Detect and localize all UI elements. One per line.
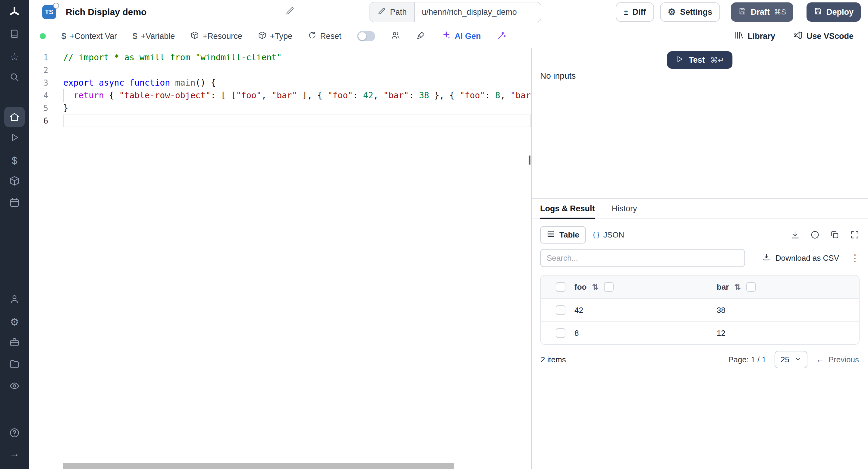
row-checkbox[interactable] xyxy=(556,328,565,338)
page-size-select[interactable]: 25 xyxy=(775,351,807,368)
sidebar-item-runs[interactable] xyxy=(0,128,29,150)
sidebar-item-collapse[interactable]: → xyxy=(0,444,29,463)
code-line[interactable]: 1// import * as wmill from "windmill-cli… xyxy=(29,51,531,64)
sidebar-item-resources[interactable] xyxy=(0,171,29,193)
previous-label: Previous xyxy=(829,355,859,365)
multiplayer-button[interactable] xyxy=(391,30,401,42)
code-line[interactable]: 6 xyxy=(29,115,531,127)
add-type-button[interactable]: +Type xyxy=(258,31,292,41)
info-icon[interactable] xyxy=(810,230,820,240)
expand-icon[interactable] xyxy=(850,230,860,240)
view-json-button[interactable]: {} JSON xyxy=(586,227,630,243)
language-status-dot xyxy=(53,3,59,9)
line-content[interactable]: } xyxy=(63,102,531,115)
row-count: 2 items xyxy=(541,355,566,365)
reset-button[interactable]: Reset xyxy=(308,31,341,41)
arrow-right-icon: → xyxy=(9,448,20,459)
typescript-badge-label: TS xyxy=(45,8,53,16)
code-editor[interactable]: 1// import * as wmill from "windmill-cli… xyxy=(29,48,531,469)
sort-icon[interactable]: ⇅ xyxy=(592,283,598,291)
sidebar-item-schedules[interactable] xyxy=(0,193,29,215)
sidebar-item-home[interactable] xyxy=(0,106,29,128)
format-code-button[interactable] xyxy=(416,30,426,42)
line-content[interactable]: export async function main() { xyxy=(63,76,531,89)
path-group: Path u/henri/rich_display_demo xyxy=(370,2,541,22)
add-resource-button[interactable]: +Resource xyxy=(190,31,242,41)
ai-gen-label: AI Gen xyxy=(455,32,481,41)
line-content[interactable]: // import * as wmill from "windmill-clie… xyxy=(63,51,531,64)
dollar-icon: $ xyxy=(133,31,137,41)
code-line[interactable]: 4 return { "table-row-object": [ ["foo",… xyxy=(29,89,531,102)
sidebar-item-settings[interactable]: ⚙ xyxy=(0,311,29,333)
test-button[interactable]: Test ⌘↵ xyxy=(667,51,733,69)
sidebar-item-folders[interactable] xyxy=(0,354,29,376)
table-row[interactable]: 4238 xyxy=(541,299,859,321)
ai-fix-button[interactable] xyxy=(497,30,506,42)
save-icon xyxy=(738,7,747,18)
line-content[interactable]: return { "table-row-object": [ ["foo", "… xyxy=(63,89,531,102)
column-option-box[interactable] xyxy=(604,282,614,292)
path-value[interactable]: u/henri/rich_display_demo xyxy=(415,2,541,22)
draft-button[interactable]: Draft ⌘S xyxy=(731,2,793,22)
use-vscode-label: Use VScode xyxy=(807,32,854,41)
sidebar-item-help[interactable] xyxy=(0,425,29,444)
code-line[interactable]: 3export async function main() { xyxy=(29,76,531,89)
sidebar-item-docs[interactable] xyxy=(0,24,29,46)
code-line[interactable]: 5} xyxy=(29,102,531,115)
add-variable-button[interactable]: $ +Variable xyxy=(133,31,175,41)
select-all-checkbox[interactable] xyxy=(556,282,565,292)
column-option-box[interactable] xyxy=(746,282,756,292)
download-csv-button[interactable]: Download as CSV xyxy=(762,253,839,263)
horizontal-scrollbar[interactable] xyxy=(63,463,454,469)
sidebar-item-search[interactable] xyxy=(0,67,29,89)
sidebar-item-audit[interactable] xyxy=(0,376,29,398)
gear-icon: ⚙ xyxy=(10,317,19,327)
diff-mode-toggle[interactable] xyxy=(357,31,375,41)
sidebar-item-favorites[interactable]: ☆ xyxy=(0,46,29,67)
gear-icon: ⚙ xyxy=(668,7,676,17)
table-cell: 8 xyxy=(575,329,717,338)
sidebar-item-users[interactable] xyxy=(0,289,29,311)
view-table-button[interactable]: Table xyxy=(540,226,586,244)
table-cell: 42 xyxy=(575,306,717,315)
table-cell: 12 xyxy=(717,329,859,338)
path-button[interactable]: Path xyxy=(370,2,415,22)
previous-page-button[interactable]: ← Previous xyxy=(816,355,859,365)
edit-summary-button[interactable] xyxy=(285,6,295,18)
download-csv-label: Download as CSV xyxy=(775,253,839,263)
copy-icon[interactable] xyxy=(830,230,840,240)
sort-icon[interactable]: ⇅ xyxy=(734,283,741,291)
sidebar-item-workers[interactable] xyxy=(0,333,29,354)
table-search-row: Download as CSV ⋮ xyxy=(540,249,860,267)
ai-gen-button[interactable]: AI Gen xyxy=(441,30,481,42)
test-button-label: Test xyxy=(689,56,705,65)
draft-button-label: Draft xyxy=(751,7,770,17)
search-input[interactable] xyxy=(540,249,745,267)
diff-button[interactable]: ± Diff xyxy=(616,2,654,22)
typescript-badge: TS xyxy=(42,5,56,19)
download-icon[interactable] xyxy=(790,230,800,240)
help-icon xyxy=(9,428,20,441)
row-check-cell xyxy=(541,305,575,315)
line-number: 6 xyxy=(29,116,63,125)
tab-logs-result[interactable]: Logs & Result xyxy=(540,199,595,218)
library-button[interactable]: Library xyxy=(734,30,775,42)
kebab-menu-icon[interactable]: ⋮ xyxy=(850,253,860,262)
windmill-logo-icon[interactable] xyxy=(0,0,29,24)
folder-icon xyxy=(9,359,20,372)
settings-button[interactable]: ⚙ Settings xyxy=(660,2,720,22)
refresh-icon xyxy=(308,31,316,41)
row-checkbox[interactable] xyxy=(556,305,565,315)
diff-button-label: Diff xyxy=(632,7,646,17)
arrow-left-icon: ← xyxy=(816,355,824,364)
tab-history[interactable]: History xyxy=(612,199,637,218)
add-context-var-button[interactable]: $ +Context Var xyxy=(61,31,117,41)
line-content[interactable] xyxy=(63,64,531,76)
code-line[interactable]: 2 xyxy=(29,64,531,76)
line-content[interactable] xyxy=(63,115,531,127)
page-indicator: Page: 1 / 1 xyxy=(728,355,766,365)
sidebar-item-variables[interactable]: $ xyxy=(0,150,29,171)
table-row[interactable]: 812 xyxy=(541,321,859,344)
use-vscode-button[interactable]: Use VScode xyxy=(793,30,854,42)
deploy-button[interactable]: Deploy xyxy=(807,2,861,22)
